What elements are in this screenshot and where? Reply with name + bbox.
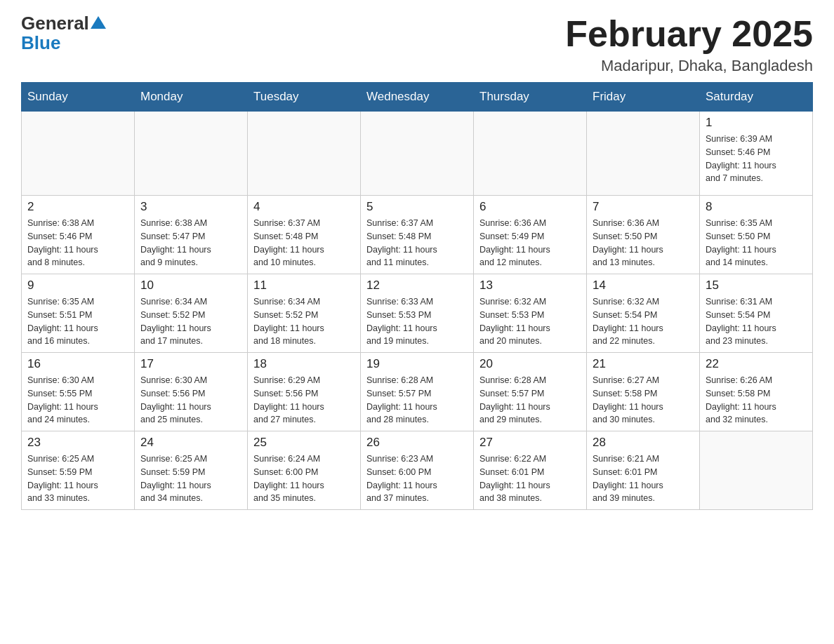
logo-blue-text: Blue <box>21 32 60 54</box>
day-number: 10 <box>140 279 241 293</box>
day-number: 12 <box>366 279 468 293</box>
weekday-header-friday: Friday <box>587 83 700 112</box>
calendar-cell <box>700 431 813 510</box>
calendar-cell: 15Sunrise: 6:31 AM Sunset: 5:54 PM Dayli… <box>700 274 813 353</box>
day-info: Sunrise: 6:27 AM Sunset: 5:58 PM Dayligh… <box>593 374 694 427</box>
day-info: Sunrise: 6:31 AM Sunset: 5:54 PM Dayligh… <box>706 295 807 348</box>
week-row-1: 2Sunrise: 6:38 AM Sunset: 5:46 PM Daylig… <box>22 196 813 274</box>
day-info: Sunrise: 6:24 AM Sunset: 6:00 PM Dayligh… <box>253 452 355 505</box>
day-info: Sunrise: 6:21 AM Sunset: 6:01 PM Dayligh… <box>593 452 694 505</box>
day-number: 1 <box>706 116 807 130</box>
day-number: 8 <box>706 200 807 214</box>
calendar-cell <box>474 112 587 196</box>
day-number: 16 <box>27 357 128 371</box>
day-number: 5 <box>366 200 468 214</box>
day-number: 26 <box>366 436 468 450</box>
day-info: Sunrise: 6:32 AM Sunset: 5:54 PM Dayligh… <box>593 295 694 348</box>
day-info: Sunrise: 6:33 AM Sunset: 5:53 PM Dayligh… <box>366 295 468 348</box>
calendar-cell <box>22 112 135 196</box>
day-info: Sunrise: 6:38 AM Sunset: 5:47 PM Dayligh… <box>140 217 241 269</box>
page-header: General Blue February 2025 Madaripur, Dh… <box>21 14 813 75</box>
day-info: Sunrise: 6:32 AM Sunset: 5:53 PM Dayligh… <box>479 295 581 348</box>
day-number: 13 <box>479 279 581 293</box>
day-info: Sunrise: 6:36 AM Sunset: 5:49 PM Dayligh… <box>479 217 581 269</box>
calendar-cell: 14Sunrise: 6:32 AM Sunset: 5:54 PM Dayli… <box>587 274 700 353</box>
day-number: 19 <box>366 357 468 371</box>
weekday-header-saturday: Saturday <box>700 83 813 112</box>
day-number: 9 <box>27 279 128 293</box>
logo: General Blue <box>21 14 106 54</box>
calendar-cell: 2Sunrise: 6:38 AM Sunset: 5:46 PM Daylig… <box>22 196 135 274</box>
day-info: Sunrise: 6:38 AM Sunset: 5:46 PM Dayligh… <box>27 217 128 269</box>
day-number: 15 <box>706 279 807 293</box>
day-number: 23 <box>27 436 128 450</box>
day-info: Sunrise: 6:34 AM Sunset: 5:52 PM Dayligh… <box>253 295 355 348</box>
calendar-cell: 16Sunrise: 6:30 AM Sunset: 5:55 PM Dayli… <box>22 353 135 431</box>
week-row-4: 23Sunrise: 6:25 AM Sunset: 5:59 PM Dayli… <box>22 431 813 510</box>
calendar-cell: 7Sunrise: 6:36 AM Sunset: 5:50 PM Daylig… <box>587 196 700 274</box>
calendar-cell: 28Sunrise: 6:21 AM Sunset: 6:01 PM Dayli… <box>587 431 700 510</box>
day-number: 20 <box>479 357 581 371</box>
calendar-cell: 25Sunrise: 6:24 AM Sunset: 6:00 PM Dayli… <box>248 431 361 510</box>
day-info: Sunrise: 6:35 AM Sunset: 5:51 PM Dayligh… <box>27 295 128 348</box>
day-info: Sunrise: 6:29 AM Sunset: 5:56 PM Dayligh… <box>253 374 355 427</box>
day-info: Sunrise: 6:22 AM Sunset: 6:01 PM Dayligh… <box>479 452 581 505</box>
day-info: Sunrise: 6:23 AM Sunset: 6:00 PM Dayligh… <box>366 452 468 505</box>
day-info: Sunrise: 6:35 AM Sunset: 5:50 PM Dayligh… <box>706 217 807 269</box>
day-number: 14 <box>593 279 694 293</box>
weekday-header-sunday: Sunday <box>22 83 135 112</box>
day-number: 28 <box>593 436 694 450</box>
calendar-cell: 1Sunrise: 6:39 AM Sunset: 5:46 PM Daylig… <box>700 112 813 196</box>
calendar-cell: 9Sunrise: 6:35 AM Sunset: 5:51 PM Daylig… <box>22 274 135 353</box>
calendar-cell: 23Sunrise: 6:25 AM Sunset: 5:59 PM Dayli… <box>22 431 135 510</box>
logo-triangle-icon <box>91 16 106 29</box>
day-info: Sunrise: 6:25 AM Sunset: 5:59 PM Dayligh… <box>140 452 241 505</box>
calendar-subtitle: Madaripur, Dhaka, Bangladesh <box>565 57 813 75</box>
day-number: 17 <box>140 357 241 371</box>
weekday-header-wednesday: Wednesday <box>361 83 474 112</box>
calendar-title: February 2025 <box>565 14 813 54</box>
day-number: 3 <box>140 200 241 214</box>
logo-general-text: General <box>21 14 89 32</box>
calendar-cell: 21Sunrise: 6:27 AM Sunset: 5:58 PM Dayli… <box>587 353 700 431</box>
week-row-2: 9Sunrise: 6:35 AM Sunset: 5:51 PM Daylig… <box>22 274 813 353</box>
day-info: Sunrise: 6:30 AM Sunset: 5:56 PM Dayligh… <box>140 374 241 427</box>
calendar-cell: 3Sunrise: 6:38 AM Sunset: 5:47 PM Daylig… <box>135 196 248 274</box>
calendar-cell: 20Sunrise: 6:28 AM Sunset: 5:57 PM Dayli… <box>474 353 587 431</box>
day-info: Sunrise: 6:36 AM Sunset: 5:50 PM Dayligh… <box>593 217 694 269</box>
day-info: Sunrise: 6:30 AM Sunset: 5:55 PM Dayligh… <box>27 374 128 427</box>
calendar-cell <box>361 112 474 196</box>
day-number: 25 <box>253 436 355 450</box>
calendar-cell: 4Sunrise: 6:37 AM Sunset: 5:48 PM Daylig… <box>248 196 361 274</box>
day-number: 11 <box>253 279 355 293</box>
day-info: Sunrise: 6:28 AM Sunset: 5:57 PM Dayligh… <box>479 374 581 427</box>
calendar-cell <box>135 112 248 196</box>
day-number: 21 <box>593 357 694 371</box>
week-row-0: 1Sunrise: 6:39 AM Sunset: 5:46 PM Daylig… <box>22 112 813 196</box>
calendar-cell: 12Sunrise: 6:33 AM Sunset: 5:53 PM Dayli… <box>361 274 474 353</box>
day-info: Sunrise: 6:28 AM Sunset: 5:57 PM Dayligh… <box>366 374 468 427</box>
day-number: 18 <box>253 357 355 371</box>
day-info: Sunrise: 6:39 AM Sunset: 5:46 PM Dayligh… <box>706 133 807 185</box>
weekday-header-thursday: Thursday <box>474 83 587 112</box>
day-info: Sunrise: 6:34 AM Sunset: 5:52 PM Dayligh… <box>140 295 241 348</box>
calendar-cell: 8Sunrise: 6:35 AM Sunset: 5:50 PM Daylig… <box>700 196 813 274</box>
title-section: February 2025 Madaripur, Dhaka, Banglade… <box>565 14 813 75</box>
day-number: 24 <box>140 436 241 450</box>
calendar-cell: 26Sunrise: 6:23 AM Sunset: 6:00 PM Dayli… <box>361 431 474 510</box>
day-info: Sunrise: 6:25 AM Sunset: 5:59 PM Dayligh… <box>27 452 128 505</box>
weekday-header-monday: Monday <box>135 83 248 112</box>
calendar-cell: 5Sunrise: 6:37 AM Sunset: 5:48 PM Daylig… <box>361 196 474 274</box>
calendar-cell: 11Sunrise: 6:34 AM Sunset: 5:52 PM Dayli… <box>248 274 361 353</box>
calendar-cell: 19Sunrise: 6:28 AM Sunset: 5:57 PM Dayli… <box>361 353 474 431</box>
day-number: 7 <box>593 200 694 214</box>
day-info: Sunrise: 6:37 AM Sunset: 5:48 PM Dayligh… <box>253 217 355 269</box>
calendar-cell: 6Sunrise: 6:36 AM Sunset: 5:49 PM Daylig… <box>474 196 587 274</box>
day-number: 4 <box>253 200 355 214</box>
day-number: 6 <box>479 200 581 214</box>
day-info: Sunrise: 6:37 AM Sunset: 5:48 PM Dayligh… <box>366 217 468 269</box>
calendar-cell <box>587 112 700 196</box>
calendar-cell: 27Sunrise: 6:22 AM Sunset: 6:01 PM Dayli… <box>474 431 587 510</box>
calendar-cell: 10Sunrise: 6:34 AM Sunset: 5:52 PM Dayli… <box>135 274 248 353</box>
day-number: 22 <box>706 357 807 371</box>
